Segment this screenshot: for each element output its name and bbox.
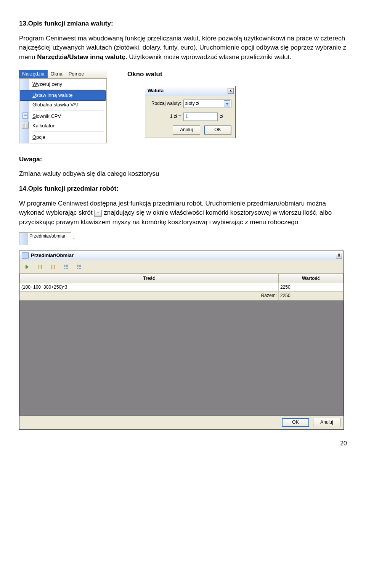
anuluj-button[interactable]: Anuluj [313,418,340,427]
menu-item-kalkulator[interactable]: Kalkulator [20,121,106,131]
menu-item-kalk-label: alkulator [36,123,55,129]
close-icon[interactable]: X [336,253,342,259]
menubar-narzedzia-label: arzędzia [26,71,44,77]
przedmiar-obmiar-window: Przedmiar/Obmiar X Treść Wartość (100+10… [19,251,344,430]
section14-dot: . [73,233,75,240]
menu-item-opcje-label: pcje [36,134,45,140]
menu-item-wyzeruj-label: yzeruj ceny [37,81,62,87]
menu-item-globalna-vat[interactable]: Globalna stawka VAT [20,100,106,110]
uwaga-label: Uwaga: [19,155,347,164]
waluta-dialog: Waluta x Rodzaj waluty: złoty zł 1 zł = … [145,86,236,138]
toolbar-btn-1[interactable] [22,262,32,272]
grid-icon [64,265,68,269]
menu-item-slownik-cpv[interactable]: Słownik CPV [20,112,106,121]
section13-heading: 13.Opis funkcji zmiana waluty: [19,19,347,29]
menu-item-wyzeruj-ceny[interactable]: Wyzeruj ceny [20,80,106,89]
bars-icon [51,265,55,269]
menu-item-ustaw-label: staw inną walutę [36,92,72,98]
page-icon [22,112,29,119]
menu-item-ustaw-walute[interactable]: Ustaw inną walutę [20,90,106,101]
anuluj-button[interactable]: Anuluj [173,125,200,135]
po-empty-area [19,300,344,416]
section13-paragraph: Program Ceninwest ma wbudowaną funkcję p… [19,34,347,62]
col-wartosc: Wartość [279,274,344,283]
razem-row: Razem: 2250 [20,292,344,300]
shortcut-button-icon[interactable]: ··· [94,210,102,217]
cell-tresc[interactable]: (100+100+300+250)*3 [20,283,279,292]
grid-icon [77,265,81,269]
menu-separator [32,90,104,90]
context-menu-przedmiar[interactable]: Przedmiar/obmiar [19,232,71,245]
section14-heading: 14.Opis funkcji przedmiar robót: [19,184,347,194]
menubar-pomoc[interactable]: Pomoc [66,70,87,78]
menu-item-cpv-label: łownik CPV [36,113,61,119]
po-toolbar [19,260,344,274]
table-row[interactable]: (100+100+300+250)*3 2250 [20,283,344,292]
col-tresc: Treść [20,274,279,283]
toolbar-btn-2[interactable] [35,262,45,272]
menubar-pomoc-label: omoc [72,71,84,77]
menu-item-opcje[interactable]: Opcje [20,133,106,142]
menu-separator [32,132,104,132]
rate-input[interactable]: 1 [183,112,218,121]
arrow-icon [26,265,29,269]
bars-icon [39,265,42,269]
po-title-text: Przedmiar/Obmiar [31,252,74,259]
rodzaj-waluty-combo[interactable]: złoty zł [183,100,231,108]
calculator-icon [22,122,29,128]
waluta-title-text: Waluta [148,87,164,95]
chevron-down-icon[interactable] [224,100,230,107]
context-menu-label: Przedmiar/obmiar [29,233,66,239]
eq-unit: zł [220,113,223,120]
menu-separator [32,111,104,111]
narzedzia-menu-screenshot: Narzędzia Okna Pomoc Wyzeruj ceny Ustaw … [19,70,107,143]
section13-text-b: Użytkownik może wprowadzać własne przeli… [129,53,291,61]
menubar-okna-label: kna [55,71,63,77]
menubar-narzedzia[interactable]: Narzędzia [19,70,48,78]
menubar-okna[interactable]: Okna [48,70,66,78]
razem-label: Razem: [20,292,279,300]
ok-button[interactable]: OK [204,125,231,135]
po-grid: Treść Wartość (100+100+300+250)*3 2250 R… [19,274,344,300]
cell-wartosc[interactable]: 2250 [279,283,344,292]
toolbar-btn-4[interactable] [61,262,71,272]
section14-paragraph: W programie Ceninwest dostępna jest funk… [19,199,347,227]
menu-item-vat-label: lobalna stawka VAT [36,102,79,108]
toolbar-btn-3[interactable] [48,262,58,272]
okno-walut-caption: Okno walut [127,70,236,79]
razem-value: 2250 [279,292,344,300]
ok-button[interactable]: OK [282,418,309,427]
eq-left-label: 1 zł = [149,113,181,120]
uwaga-text: Zmiana waluty odbywa się dla całego kosz… [19,169,347,179]
close-icon[interactable]: x [228,88,234,94]
window-icon [22,252,29,259]
combo-value: złoty zł [185,100,199,107]
page-number: 20 [19,439,347,448]
section13-bold-menu: Narzędzia/Ustaw inną walutę. [37,53,127,61]
toolbar-btn-5[interactable] [74,262,84,272]
rodzaj-waluty-label: Rodzaj waluty: [149,100,181,107]
